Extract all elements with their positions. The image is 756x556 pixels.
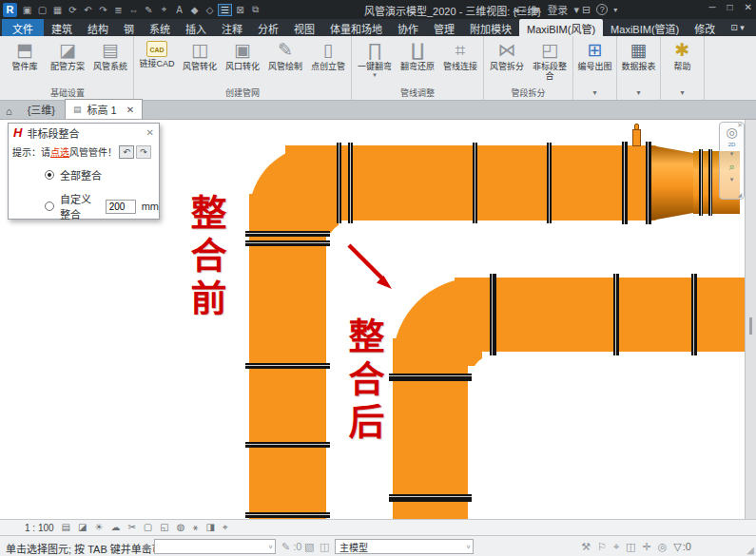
undo-icon[interactable]: ↶ — [82, 5, 94, 15]
ribbon-tab-collaborate[interactable]: 协作 — [390, 19, 426, 36]
navbar-close-icon[interactable]: ✕ — [737, 122, 743, 129]
panel-expander-icon[interactable]: ▾ — [619, 87, 658, 100]
duct-after-vertical-segment[interactable] — [393, 338, 468, 519]
duct-convert-button[interactable]: ◫风管转化 — [179, 38, 221, 71]
data-report-button[interactable]: ▦数据报表 — [619, 38, 658, 71]
ribbon-tab-add-ins[interactable]: 附加模块 — [462, 19, 519, 36]
steering-wheel-icon[interactable]: ◎ — [726, 125, 737, 139]
cart-icon[interactable]: ⊟ — [582, 4, 591, 15]
temporary-hide-icon[interactable]: ◍ — [177, 522, 185, 533]
duct-draw-button[interactable]: ✎风管绘制 — [264, 38, 306, 71]
zoom-icon[interactable]: ⌕ — [728, 161, 734, 173]
duct-reducer[interactable] — [651, 145, 693, 220]
redo-icon[interactable]: ↷ — [97, 5, 109, 15]
user-icon[interactable]: ☻ — [531, 4, 542, 15]
view-tab-3d[interactable]: {三维} — [18, 100, 65, 119]
navbar-grip-icon[interactable]: ◢ — [737, 191, 742, 198]
ribbon-tab-maxibim-duct[interactable]: MaxiBIM(风管) — [519, 19, 603, 36]
link-cad-button[interactable]: CAD链接CAD — [136, 38, 178, 68]
undo-button[interactable]: ↶ — [119, 145, 134, 159]
ribbon-tab-annotate[interactable]: 注释 — [214, 19, 250, 36]
help-button[interactable]: ✱帮助 — [663, 38, 702, 71]
close-view-tab-icon[interactable]: ✕ — [126, 105, 134, 115]
search-icon[interactable]: ⌕ — [522, 4, 531, 15]
select-by-face-icon[interactable]: ◫ — [626, 541, 635, 553]
ribbon-tab-architecture[interactable]: 建筑 — [44, 19, 80, 36]
select-links-icon[interactable]: ⚒ — [581, 541, 591, 553]
save-icon[interactable]: ▦ — [51, 5, 64, 15]
home-icon[interactable]: ⌂ — [6, 105, 12, 117]
scrollbar-thumb[interactable] — [749, 317, 752, 335]
bend-restore-button[interactable]: ∐翻弯还原 — [397, 38, 438, 71]
ribbon-tab-analyze[interactable]: 分析 — [250, 19, 286, 36]
damper-handle[interactable] — [632, 129, 641, 146]
select-pinned-icon[interactable]: ⌖ — [613, 541, 619, 553]
fitting-library-button[interactable]: ⬒管件库 — [4, 38, 46, 71]
redo-button[interactable]: ↷ — [136, 145, 151, 159]
ribbon-tab-file[interactable]: 文件 — [2, 19, 44, 36]
crop-view-icon[interactable]: ✂ — [127, 522, 135, 533]
duct-split-button[interactable]: ⋈风管拆分 — [486, 38, 528, 71]
measure-icon[interactable]: ⇔ — [127, 5, 140, 15]
sun-path-icon[interactable]: ☀ — [95, 522, 104, 533]
constraints-icon[interactable]: ⌖ — [223, 522, 228, 533]
panel-expander-icon[interactable]: ▾ — [575, 87, 614, 100]
piping-scheme-button[interactable]: ◪配管方案 — [47, 38, 88, 71]
detail-level-icon[interactable]: ▤ — [62, 522, 70, 533]
navbar-dropdown-icon[interactable]: ▾ — [730, 176, 734, 183]
duct-system-button[interactable]: ▤风管系统 — [89, 38, 131, 71]
revit-logo[interactable]: R — [3, 3, 17, 17]
3d-lock-icon[interactable]: ◱ — [160, 522, 168, 533]
dialog-title-bar[interactable]: H 非标段整合 ✕ — [9, 124, 159, 142]
visual-style-icon[interactable]: ◪ — [78, 522, 87, 533]
drawing-canvas[interactable]: 整合前 整合后 ✕ ◎ 2D ▾ ⌕ ▾ ◢ H 非标段整合 ✕ 提示：请点选风… — [0, 120, 745, 519]
ribbon-tab-steel[interactable]: 钢 — [116, 19, 142, 36]
open-icon[interactable]: ▢ — [36, 5, 48, 15]
section-icon[interactable]: ◇ — [204, 5, 216, 15]
editing-requests-indicator[interactable]: ✎ :0 — [281, 541, 301, 553]
close-windows-icon[interactable]: ⊠ — [234, 5, 246, 15]
pipeline-connect-button[interactable]: ⌗管线连接 — [439, 38, 481, 71]
sync-icon[interactable]: ⟳ — [67, 5, 79, 15]
minimize-button[interactable]: ─ — [708, 2, 715, 12]
panel-expander-icon[interactable]: ▾ — [663, 87, 702, 100]
view-scale[interactable]: 1 : 100 — [25, 523, 54, 533]
click-create-riser-button[interactable]: ▯点创立管 — [307, 38, 349, 71]
switch-windows-icon[interactable]: ⧉ — [249, 4, 262, 15]
nonstandard-merge-button[interactable]: ◰非标段整合 — [529, 38, 571, 81]
dimension-icon[interactable]: ✎ — [143, 5, 155, 15]
crosshair-icon[interactable]: ⌖ — [158, 4, 170, 15]
ribbon-tab-massing-site[interactable]: 体量和场地 — [322, 19, 390, 36]
default-3d-view-icon[interactable]: ◆ — [188, 5, 201, 15]
login-dropdown-icon[interactable]: ▾ — [573, 4, 582, 15]
canvas-scrollbar[interactable] — [745, 120, 756, 519]
radio-merge-all[interactable] — [45, 170, 54, 180]
thin-lines-icon[interactable]: ☰ — [219, 5, 231, 15]
navbar-dropdown-icon[interactable]: ▾ — [730, 150, 734, 158]
crop-region-icon[interactable]: ▢ — [144, 522, 152, 533]
help-icon[interactable]: ? — [596, 4, 608, 15]
view-tab-level1[interactable]: ▤ 标高 1 ✕ — [65, 99, 143, 119]
ribbon-tab-systems[interactable]: 系统 — [142, 19, 178, 36]
design-option-icon[interactable]: ▧ — [304, 541, 314, 553]
collapse-icon[interactable]: ◂ — [514, 4, 522, 15]
ribbon-tab-structure[interactable]: 结构 — [80, 19, 116, 36]
close-button[interactable]: ✕ — [745, 2, 752, 12]
design-option-select[interactable]: 主模型 ˅ — [335, 539, 474, 554]
ribbon-tab-modify[interactable]: 修改 — [687, 19, 723, 36]
text-icon[interactable]: A — [173, 5, 185, 15]
shadows-icon[interactable]: ☁ — [110, 522, 120, 533]
ribbon-tab-maxibim-pipe[interactable]: MaxiBIM(管道) — [603, 19, 687, 36]
numbering-export-button[interactable]: ⊞编号出图 — [575, 38, 614, 71]
maximize-button[interactable]: □ — [727, 2, 733, 12]
background-process-icon[interactable]: ◎ — [658, 541, 668, 553]
workset-select[interactable]: ˅ — [154, 539, 276, 554]
duct-after-horizontal-segment[interactable] — [455, 278, 745, 352]
one-key-bend-button[interactable]: ∏一键翻弯▾ — [354, 38, 396, 79]
ribbon-tab-insert[interactable]: 插入 — [178, 19, 214, 36]
drag-on-selection-icon[interactable]: ✛ — [643, 541, 651, 553]
print-icon[interactable]: ≣ — [112, 5, 125, 15]
ribbon-display-toggle-icon[interactable]: ⊡ ▾ — [730, 23, 745, 32]
ribbon-tab-manage[interactable]: 管理 — [426, 19, 462, 36]
window-icon[interactable]: ▣ — [21, 5, 33, 15]
